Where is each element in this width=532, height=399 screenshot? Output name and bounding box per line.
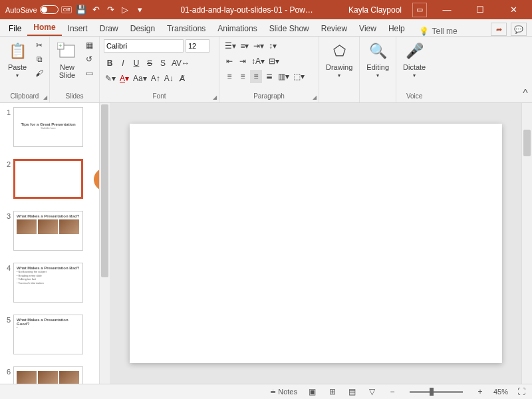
group-clipboard: 📋 Paste ▾ ✂ ⧉ 🖌 Clipboard ◢ bbox=[0, 37, 50, 102]
list-level-button[interactable]: ⇥▾ bbox=[252, 39, 265, 53]
slideshow-view-button[interactable]: ▽ bbox=[366, 386, 379, 397]
text-shadow-button[interactable]: S bbox=[157, 57, 169, 70]
tab-slide-show[interactable]: Slide Show bbox=[263, 21, 315, 36]
ribbon: 📋 Paste ▾ ✂ ⧉ 🖌 Clipboard ◢ + New Slide … bbox=[0, 37, 532, 103]
strikethrough-button[interactable]: S bbox=[144, 57, 156, 70]
tab-view[interactable]: View bbox=[353, 21, 382, 36]
bullets-button[interactable]: ☰▾ bbox=[223, 39, 237, 53]
reset-icon[interactable]: ↺ bbox=[83, 53, 95, 65]
slide-thumbnail[interactable]: What Makes a Presentation Bad? bbox=[13, 211, 83, 251]
scroll-thumb[interactable] bbox=[101, 104, 108, 277]
justify-button[interactable]: ≣ bbox=[263, 70, 275, 83]
normal-view-button[interactable]: ▣ bbox=[306, 386, 319, 397]
minimize-button[interactable]: ― bbox=[434, 0, 460, 19]
clear-formatting-button[interactable]: A̸ bbox=[176, 72, 188, 85]
underline-button[interactable]: U bbox=[130, 57, 142, 70]
dictate-button[interactable]: 🎤 Dictate ▾ bbox=[400, 39, 428, 92]
font-launcher-icon[interactable]: ◢ bbox=[213, 94, 217, 100]
autosave-control[interactable]: AutoSave Off bbox=[5, 5, 72, 14]
tab-home[interactable]: Home bbox=[27, 20, 61, 36]
font-name-select[interactable] bbox=[104, 39, 184, 53]
align-right-button[interactable]: ≡ bbox=[250, 70, 262, 83]
slide-thumbnail[interactable]: What Makes a Presentation Bad?• Not know… bbox=[13, 263, 83, 303]
tab-design[interactable]: Design bbox=[124, 21, 161, 36]
paragraph-launcher-icon[interactable]: ◢ bbox=[313, 94, 317, 100]
columns-button[interactable]: ▥▾ bbox=[277, 70, 291, 83]
zoom-handle[interactable] bbox=[430, 388, 434, 396]
share-button[interactable]: ➦ bbox=[491, 23, 507, 36]
group-label-editing bbox=[364, 100, 392, 101]
drawing-button[interactable]: ⬠ Drawing ▾ bbox=[323, 39, 355, 100]
new-slide-button[interactable]: + New Slide bbox=[54, 39, 80, 92]
numbering-button[interactable]: ≡▾ bbox=[239, 39, 251, 53]
slide-thumbnail[interactable]: Tips for a Great PresentationSubtitle he… bbox=[13, 107, 83, 147]
qat-customize-icon[interactable]: ▾ bbox=[134, 5, 145, 15]
align-left-button[interactable]: ≡ bbox=[223, 70, 235, 83]
align-text-button[interactable]: ⊟▾ bbox=[267, 55, 281, 68]
zoom-in-button[interactable]: + bbox=[473, 386, 487, 397]
tab-transitions[interactable]: Transitions bbox=[161, 21, 211, 36]
title-bar: AutoSave Off 💾 ↶ ↷ ▷ ▾ 01-add-and-lay-ou… bbox=[0, 0, 532, 19]
comments-button[interactable]: 💬 bbox=[511, 23, 527, 36]
slide-thumbnail[interactable]: What Makes a Presentation Good?• bbox=[13, 315, 83, 354]
italic-button[interactable]: I bbox=[117, 57, 129, 70]
increase-font-button[interactable]: A↑ bbox=[150, 72, 162, 85]
align-center-button[interactable]: ≡ bbox=[237, 70, 249, 83]
copy-icon[interactable]: ⧉ bbox=[33, 53, 45, 65]
fit-to-window-button[interactable]: ⛶ bbox=[515, 386, 528, 397]
tab-draw[interactable]: Draw bbox=[94, 21, 124, 36]
bold-button[interactable]: B bbox=[104, 57, 116, 70]
cut-icon[interactable]: ✂ bbox=[33, 39, 45, 51]
layout-icon[interactable]: ▦ bbox=[83, 39, 95, 51]
clipboard-launcher-icon[interactable]: ◢ bbox=[43, 94, 47, 100]
tab-insert[interactable]: Insert bbox=[62, 21, 94, 36]
zoom-level[interactable]: 45% bbox=[493, 388, 508, 396]
scroll-thumb[interactable] bbox=[523, 130, 531, 156]
character-spacing-button[interactable]: AV↔ bbox=[170, 57, 191, 70]
zoom-slider[interactable] bbox=[410, 391, 463, 393]
font-color-button[interactable]: A▾ bbox=[118, 72, 130, 85]
smartart-button[interactable]: ⬚▾ bbox=[292, 70, 306, 83]
editing-button[interactable]: 🔍 Editing ▾ bbox=[364, 39, 392, 100]
line-spacing-button[interactable]: ↕▾ bbox=[267, 39, 279, 53]
section-icon[interactable]: ▭ bbox=[83, 67, 95, 79]
thumbnails-scrollbar[interactable] bbox=[99, 103, 110, 384]
decrease-font-button[interactable]: A↓ bbox=[163, 72, 175, 85]
reading-view-button[interactable]: ▤ bbox=[346, 386, 359, 397]
slide-canvas[interactable] bbox=[130, 124, 502, 363]
tab-review[interactable]: Review bbox=[315, 21, 353, 36]
decrease-indent-button[interactable]: ⇤ bbox=[223, 55, 235, 68]
slide-thumbnail[interactable] bbox=[13, 159, 83, 199]
paste-button[interactable]: 📋 Paste ▾ bbox=[4, 39, 31, 92]
undo-icon[interactable]: ↶ bbox=[90, 5, 101, 15]
thumbnail-number: 1 bbox=[3, 107, 11, 116]
group-voice: 🎤 Dictate ▾ Voice bbox=[396, 37, 432, 102]
collapse-ribbon-icon[interactable]: ^ bbox=[519, 37, 532, 102]
highlight-button[interactable]: ✎▾ bbox=[104, 72, 117, 85]
tab-animations[interactable]: Animations bbox=[211, 21, 263, 36]
callout-badge: 1 bbox=[94, 168, 99, 191]
redo-icon[interactable]: ↷ bbox=[105, 5, 116, 15]
change-case-button[interactable]: Aa▾ bbox=[132, 72, 148, 85]
increase-indent-button[interactable]: ⇥ bbox=[237, 55, 249, 68]
tab-help[interactable]: Help bbox=[382, 21, 411, 36]
editor-scrollbar[interactable] bbox=[521, 103, 532, 384]
start-from-beginning-icon[interactable]: ▷ bbox=[120, 5, 130, 15]
tell-me-search[interactable]: 💡 Tell me bbox=[419, 27, 458, 36]
save-icon[interactable]: 💾 bbox=[76, 5, 86, 15]
slide-thumbnail[interactable] bbox=[13, 366, 83, 384]
close-button[interactable]: ✕ bbox=[500, 0, 527, 19]
tab-file[interactable]: File bbox=[3, 21, 27, 36]
zoom-out-button[interactable]: − bbox=[386, 386, 399, 397]
font-size-select[interactable] bbox=[186, 39, 209, 53]
maximize-button[interactable]: ☐ bbox=[467, 0, 493, 19]
user-name[interactable]: Kayla Claypool bbox=[348, 5, 402, 15]
text-direction-button[interactable]: ↕A▾ bbox=[250, 55, 266, 68]
slide-sorter-button[interactable]: ⊞ bbox=[326, 386, 339, 397]
svg-text:+: + bbox=[59, 43, 62, 49]
notes-button[interactable]: ≐ Notes bbox=[268, 388, 299, 396]
autosave-toggle[interactable] bbox=[40, 5, 59, 14]
format-painter-icon[interactable]: 🖌 bbox=[33, 67, 45, 79]
ribbon-display-options-icon[interactable]: ▭ bbox=[412, 3, 427, 17]
thumbnail-row: 3What Makes a Presentation Bad? bbox=[3, 211, 96, 251]
